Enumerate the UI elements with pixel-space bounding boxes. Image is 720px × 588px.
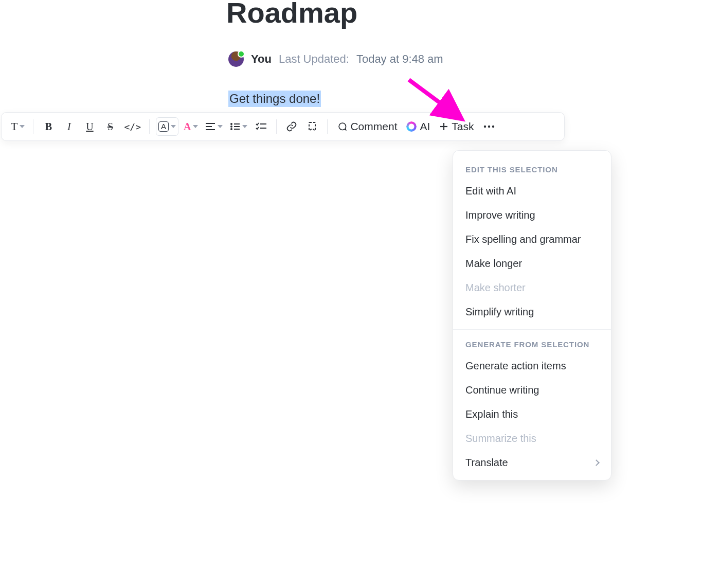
ai-dropdown-menu: Edit this selection Edit with AI Improve… (453, 150, 611, 480)
ai-make-shorter[interactable]: Make shorter (453, 276, 611, 300)
divider (149, 119, 150, 134)
formatting-toolbar: T B I U S </> A A (1, 112, 565, 141)
text-style-icon: T (11, 120, 17, 133)
code-button[interactable]: </> (122, 117, 143, 136)
task-label: Task (452, 120, 474, 133)
ai-translate[interactable]: Translate (453, 451, 611, 475)
more-icon (483, 125, 495, 128)
chevron-down-icon (218, 125, 223, 128)
ai-section-generate-header: Generate from selection (453, 335, 611, 354)
last-updated-value: Today at 9:48 am (356, 52, 443, 66)
ai-continue-writing[interactable]: Continue writing (453, 378, 611, 402)
svg-point-5 (230, 128, 232, 130)
avatar[interactable] (228, 51, 244, 67)
ai-icon (406, 121, 417, 132)
ai-explain-this[interactable]: Explain this (453, 402, 611, 426)
ai-label: AI (420, 120, 430, 133)
last-updated-label: Last Updated: (279, 52, 349, 66)
align-dropdown[interactable] (203, 117, 225, 136)
chevron-down-icon (242, 125, 247, 128)
bullet-list-icon (230, 122, 240, 131)
chevron-right-icon (593, 459, 600, 466)
task-button[interactable]: Task (436, 117, 477, 136)
comment-button[interactable]: Comment (334, 117, 400, 136)
chevron-down-icon (20, 125, 25, 128)
plus-icon (439, 122, 448, 131)
ai-section-edit-header: Edit this selection (453, 160, 611, 179)
ai-edit-with-ai[interactable]: Edit with AI (453, 179, 611, 203)
strikethrough-button[interactable]: S (101, 117, 119, 136)
ai-fix-spelling[interactable]: Fix spelling and grammar (453, 227, 611, 252)
page-title: Roadmap (226, 0, 357, 29)
underline-button[interactable]: U (81, 117, 98, 136)
text-color-icon: A (184, 121, 191, 133)
ai-make-longer[interactable]: Make longer (453, 252, 611, 276)
link-icon (286, 121, 297, 132)
ai-simplify-writing[interactable]: Simplify writing (453, 300, 611, 324)
bookmark-icon (307, 121, 317, 132)
more-button[interactable] (480, 117, 498, 136)
link-button[interactable] (283, 117, 300, 136)
text-style-dropdown[interactable]: T (9, 117, 27, 136)
checklist-icon (256, 122, 267, 131)
svg-point-4 (230, 126, 232, 128)
comment-label: Comment (350, 120, 397, 133)
svg-point-3 (230, 123, 232, 125)
ai-improve-writing[interactable]: Improve writing (453, 203, 611, 227)
ai-generate-action-items[interactable]: Generate action items (453, 354, 611, 378)
author-name: You (251, 52, 272, 66)
text-color-dropdown[interactable]: A (182, 117, 200, 136)
italic-button[interactable]: I (60, 117, 78, 136)
ai-translate-label: Translate (465, 457, 508, 469)
svg-point-15 (492, 126, 494, 128)
bookmark-button[interactable] (303, 117, 321, 136)
highlight-icon: A (158, 121, 169, 132)
bold-button[interactable]: B (40, 117, 57, 136)
svg-point-13 (483, 126, 485, 128)
svg-point-14 (488, 126, 490, 128)
list-dropdown[interactable] (228, 117, 249, 136)
divider (327, 119, 328, 134)
ai-summarize-this[interactable]: Summarize this (453, 426, 611, 451)
divider (453, 329, 611, 330)
comment-icon (337, 121, 347, 132)
checklist-button[interactable] (253, 117, 270, 136)
chevron-down-icon (193, 125, 198, 128)
selected-text[interactable]: Get things done! (228, 91, 321, 107)
document-meta: You Last Updated: Today at 9:48 am (228, 51, 443, 67)
divider (33, 119, 33, 134)
svg-line-17 (409, 80, 459, 117)
divider (276, 119, 277, 134)
chevron-down-icon (171, 125, 176, 128)
highlight-color-dropdown[interactable]: A (156, 117, 178, 136)
ai-button[interactable]: AI (403, 117, 433, 136)
align-left-icon (205, 122, 215, 131)
